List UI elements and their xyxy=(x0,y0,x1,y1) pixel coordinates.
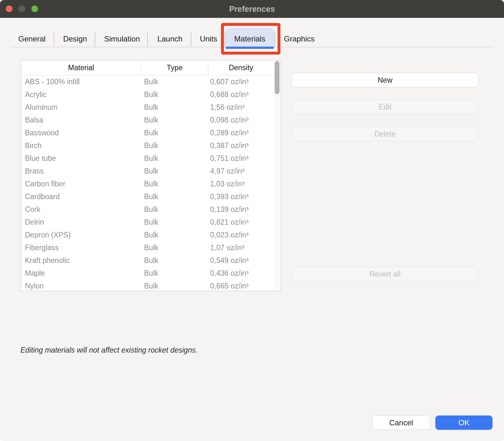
column-header-type[interactable]: Type xyxy=(141,60,208,75)
cell-type: Bulk xyxy=(144,218,158,227)
cell-density: 0,387 oz/in³ xyxy=(210,141,248,150)
edit-button[interactable]: Edit xyxy=(292,100,478,114)
materials-table: Material Type Density ABS - 100% infill … xyxy=(21,60,281,291)
table-row[interactable]: Delrin Bulk 0,821 oz/in³ xyxy=(21,216,274,228)
cell-density: 0,821 oz/in³ xyxy=(210,218,248,227)
cell-type: Bulk xyxy=(144,129,158,137)
preferences-window: Preferences General Design Simulation La… xyxy=(0,0,504,441)
cell-density: 0,688 oz/in³ xyxy=(210,90,248,99)
cell-material: Carbon fiber xyxy=(25,180,65,188)
cell-density: 0,393 oz/in³ xyxy=(210,192,248,201)
cell-type: Bulk xyxy=(144,282,158,290)
cell-type: Bulk xyxy=(144,167,158,176)
table-row[interactable]: Brass Bulk 4,97 oz/in³ xyxy=(21,165,274,177)
table-header: Material Type Density xyxy=(21,60,281,75)
titlebar: Preferences xyxy=(0,0,504,18)
cell-density: 0,436 oz/in³ xyxy=(210,269,248,278)
table-row[interactable]: ABS - 100% infill Bulk 0,607 oz/in³ xyxy=(21,75,274,88)
cell-density: 4,97 oz/in³ xyxy=(210,167,244,176)
cell-type: Bulk xyxy=(144,269,158,278)
tab-graphics[interactable]: Graphics xyxy=(284,34,315,43)
cell-type: Bulk xyxy=(144,154,158,163)
cell-type: Bulk xyxy=(144,231,158,239)
cell-material: Basswood xyxy=(25,129,59,137)
column-header-material[interactable]: Material xyxy=(21,60,141,75)
cell-material: Birch xyxy=(25,141,42,150)
cell-type: Bulk xyxy=(144,103,158,112)
window-title: Preferences xyxy=(0,0,504,18)
cell-density: 0,139 oz/in³ xyxy=(210,205,248,214)
cell-material: Aluminum xyxy=(25,103,57,112)
cell-density: 0,098 oz/in³ xyxy=(210,116,248,124)
cell-material: Blue tube xyxy=(25,154,56,163)
scrollbar-track[interactable] xyxy=(274,60,281,291)
table-row[interactable]: Birch Bulk 0,387 oz/in³ xyxy=(21,139,274,152)
cell-type: Bulk xyxy=(144,116,158,124)
cell-density: 0,665 oz/in³ xyxy=(210,282,248,290)
cell-material: Nylon xyxy=(25,282,44,290)
cell-material: Balsa xyxy=(25,116,43,124)
table-row[interactable]: Fiberglass Bulk 1,07 oz/in³ xyxy=(21,241,274,254)
table-row[interactable]: Acrylic Bulk 0,688 oz/in³ xyxy=(21,88,274,101)
cell-material: Kraft phenolic xyxy=(25,256,70,265)
cell-material: Maple xyxy=(25,269,45,278)
cancel-button[interactable]: Cancel xyxy=(372,415,430,430)
tab-launch[interactable]: Launch xyxy=(157,34,183,43)
cell-type: Bulk xyxy=(144,90,158,99)
cell-density: 0,289 oz/in³ xyxy=(210,129,248,137)
table-row[interactable]: Cardboard Bulk 0,393 oz/in³ xyxy=(21,190,274,203)
table-row[interactable]: Kraft phenolic Bulk 0,549 oz/in³ xyxy=(21,254,274,267)
table-row[interactable]: Carbon fiber Bulk 1,03 oz/in³ xyxy=(21,177,274,190)
tab-units[interactable]: Units xyxy=(200,34,218,43)
cell-material: Depron (XPS) xyxy=(25,231,71,239)
table-row[interactable]: Cork Bulk 0,139 oz/in³ xyxy=(21,203,274,216)
cell-density: 0,023 oz/in³ xyxy=(210,231,248,239)
table-row[interactable]: Maple Bulk 0,436 oz/in³ xyxy=(21,267,274,280)
table-body: ABS - 100% infill Bulk 0,607 oz/in³ Acry… xyxy=(21,75,274,291)
new-button[interactable]: New xyxy=(292,73,478,87)
cell-material: Fiberglass xyxy=(25,243,59,252)
cell-density: 1,56 oz/in³ xyxy=(210,103,244,112)
tab-separator xyxy=(191,32,191,47)
tab-separator xyxy=(147,32,148,47)
tab-simulation[interactable]: Simulation xyxy=(104,34,140,43)
cell-type: Bulk xyxy=(144,205,158,214)
cell-material: ABS - 100% infill xyxy=(25,78,80,86)
table-row[interactable]: Basswood Bulk 0,289 oz/in³ xyxy=(21,126,274,139)
delete-button[interactable]: Delete xyxy=(292,127,478,141)
cell-type: Bulk xyxy=(144,192,158,201)
table-row[interactable]: Depron (XPS) Bulk 0,023 oz/in³ xyxy=(21,228,274,241)
cell-density: 1,03 oz/in³ xyxy=(210,180,244,188)
cell-type: Bulk xyxy=(144,180,158,188)
scrollbar-thumb[interactable] xyxy=(275,61,279,94)
cell-material: Cork xyxy=(25,205,41,214)
table-row[interactable]: Balsa Bulk 0,098 oz/in³ xyxy=(21,114,274,126)
tab-design[interactable]: Design xyxy=(63,34,87,43)
cell-density: 0,751 oz/in³ xyxy=(210,154,248,163)
tab-general[interactable]: General xyxy=(18,34,45,43)
cell-density: 0,607 oz/in³ xyxy=(210,78,248,86)
ok-button[interactable]: OK xyxy=(435,415,493,430)
cell-material: Acrylic xyxy=(25,90,47,99)
annotation-box xyxy=(221,23,280,55)
cell-material: Delrin xyxy=(25,218,44,227)
cell-density: 1,07 oz/in³ xyxy=(210,243,244,252)
cell-material: Brass xyxy=(25,167,44,176)
cell-type: Bulk xyxy=(144,243,158,252)
tab-separator xyxy=(54,32,54,47)
table-row[interactable]: Blue tube Bulk 0,751 oz/in³ xyxy=(21,152,274,165)
revert-all-button[interactable]: Revert all xyxy=(292,267,478,281)
materials-note: Editing materials will not affect existi… xyxy=(20,346,198,355)
cell-type: Bulk xyxy=(144,78,158,86)
cell-type: Bulk xyxy=(144,256,158,265)
cell-type: Bulk xyxy=(144,141,158,150)
cell-material: Cardboard xyxy=(25,192,60,201)
column-header-density[interactable]: Density xyxy=(208,60,274,75)
cell-density: 0,549 oz/in³ xyxy=(210,256,248,265)
table-row[interactable]: Nylon Bulk 0,665 oz/in³ xyxy=(21,280,274,291)
table-row[interactable]: Aluminum Bulk 1,56 oz/in³ xyxy=(21,101,274,114)
tab-separator xyxy=(95,32,95,47)
